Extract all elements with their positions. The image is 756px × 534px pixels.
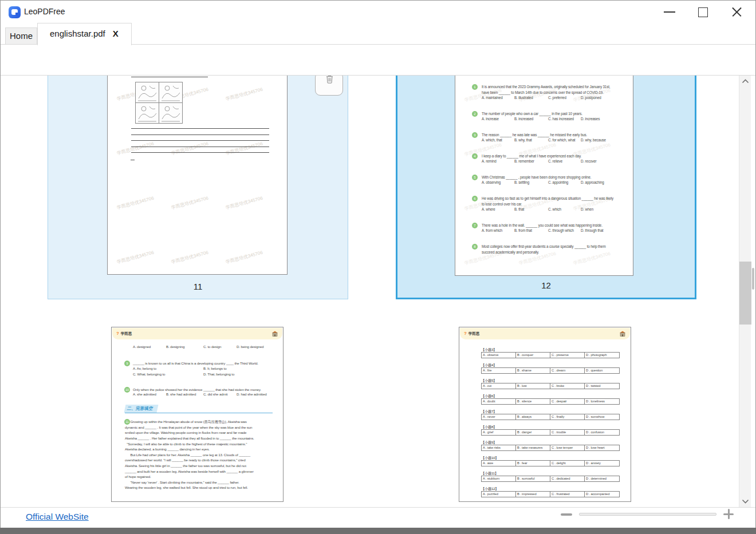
passage-line: ______ and built her a wooden leg. Akeis… bbox=[125, 469, 273, 474]
option-text: B. she had admitted bbox=[166, 392, 196, 396]
option-cell: C . finally bbox=[550, 414, 585, 420]
question-text: ______ is known to us all is that China … bbox=[112, 361, 281, 366]
sub-question-label: 【小题6】 bbox=[481, 393, 620, 398]
option-cell: B . impressed bbox=[516, 492, 550, 497]
question-number-badge: 8 bbox=[472, 244, 478, 250]
sub-question-label: 【小题13】 bbox=[481, 501, 620, 502]
passage-line: Akeisha declared, a burning ______ danci… bbox=[125, 446, 273, 452]
question-mark-icon: ? bbox=[464, 331, 467, 336]
option-cell: B . always bbox=[516, 414, 550, 420]
thumbnail-frame-page-12-selected[interactable]: 1It is announced that the 2023 Grammy Aw… bbox=[396, 76, 696, 299]
option-cell: B . sorrowful bbox=[516, 476, 550, 481]
option-text: A. As; belong to bbox=[133, 366, 156, 370]
question-block: 10Only when the police showed her the ev… bbox=[112, 387, 281, 398]
option-cell: D . twisted bbox=[585, 383, 619, 389]
options-row: A. maintainedB. illustratedC. preferredD… bbox=[455, 96, 629, 101]
passage-line: Akeisha ______ . Her father explained th… bbox=[125, 436, 273, 441]
scroll-down-icon[interactable] bbox=[742, 499, 749, 504]
question-text: to lose control over his car. bbox=[455, 201, 629, 207]
passage-line: But Life had other plans for her. Akeish… bbox=[125, 452, 273, 458]
scrollbar-thumb[interactable] bbox=[739, 262, 751, 325]
comic-panel bbox=[159, 102, 183, 124]
sub-question-label: 【小题8】 bbox=[481, 424, 620, 429]
zoom-slider[interactable] bbox=[579, 513, 716, 516]
tab-document[interactable]: englishstar.pdfX bbox=[37, 23, 132, 45]
option-text: A. where bbox=[482, 207, 495, 211]
minimize-icon[interactable] bbox=[657, 1, 683, 23]
option-text: B. It; belongs to bbox=[203, 366, 226, 370]
zoom-in-icon[interactable] bbox=[723, 509, 734, 519]
passage-line: overshadowed her world. "I will ______ b… bbox=[125, 457, 273, 463]
option-cell: B . take measures bbox=[516, 445, 550, 450]
option-text: A. which, that bbox=[482, 138, 502, 142]
question-number-badge: 2 bbox=[472, 111, 478, 117]
delete-page-button[interactable] bbox=[315, 76, 343, 96]
option-cell: D . determined bbox=[585, 476, 619, 481]
status-bar: Official WebSite bbox=[1, 507, 755, 528]
scroll-up-icon[interactable] bbox=[742, 79, 749, 84]
thumbnail-frame-page-11[interactable]: 学而思培优345706学而思培优345706学而思培优345706学而思培优34… bbox=[48, 76, 348, 299]
question-block: 4I keep a diary to ______ me of what I h… bbox=[455, 153, 629, 165]
pdf-page-12[interactable]: 1It is announced that the 2023 Grammy Aw… bbox=[455, 76, 633, 276]
zoom-out-icon[interactable] bbox=[561, 513, 572, 516]
option-text: D. had she admitted bbox=[237, 392, 267, 396]
page-14-option-tables: 【小题3】A . observeB . conquerC . preserveD… bbox=[481, 347, 620, 502]
comic-panel bbox=[159, 82, 183, 103]
question-text: The reason ______ he was late was ______… bbox=[455, 132, 629, 138]
official-website-link[interactable]: Official WebSite bbox=[26, 512, 89, 522]
option-text: C. has increased bbox=[548, 117, 574, 121]
option-text: D. when bbox=[581, 207, 593, 211]
tab-close-icon[interactable]: X bbox=[113, 29, 119, 38]
thumbnail-grid: 学而思培优345706学而思培优345706学而思培优345706学而思培优34… bbox=[1, 76, 755, 507]
option-text: C. through which bbox=[548, 228, 574, 232]
option-text: A. maintained bbox=[482, 96, 503, 100]
question-number-badge: 7 bbox=[472, 223, 478, 228]
school-building-icon bbox=[271, 330, 278, 337]
watermark-text: 学而思培优345706 bbox=[225, 86, 263, 102]
option-cell: D . loneliness bbox=[585, 399, 619, 404]
title-bar: LeoPDFree bbox=[1, 1, 755, 23]
app-window: LeoPDFree Home englishstar.pdfX Save As … bbox=[0, 0, 756, 528]
writing-line bbox=[131, 147, 269, 147]
passage-line: of hope regained. bbox=[125, 474, 273, 480]
option-text: C. which bbox=[548, 207, 561, 211]
options-row: A. observingB. settlingC. appointingD. a… bbox=[455, 180, 629, 186]
question-text: It is announced that the 2023 Grammy Awa… bbox=[455, 84, 629, 90]
passage-line: Akeisha. Seeing his little girl in _____… bbox=[125, 463, 273, 469]
sheet-header: ? 学而思 bbox=[460, 328, 630, 339]
option-text: C. preferred bbox=[548, 96, 566, 100]
option-cell: A . grief bbox=[482, 430, 516, 435]
tab-home[interactable]: Home bbox=[5, 27, 37, 45]
vertical-scrollbar[interactable] bbox=[739, 76, 751, 507]
option-cell: C . dream bbox=[550, 368, 585, 373]
question-text: succeed academically and personally. bbox=[455, 250, 629, 255]
close-icon[interactable] bbox=[723, 1, 750, 23]
question-block: 6He was driving so fast as to get himsel… bbox=[455, 196, 629, 213]
option-cell: A . stubborn bbox=[482, 476, 516, 481]
question-text: The number of people who own a car _____… bbox=[455, 111, 629, 117]
writing-line bbox=[131, 140, 269, 141]
option-text: B. why, that bbox=[514, 138, 532, 142]
options-row: A. she admittedB. she had admittedC. did… bbox=[112, 392, 281, 398]
option-cell: B . shame bbox=[516, 368, 550, 373]
question-number-badge: 4 bbox=[472, 153, 478, 159]
question-number-badge: 6 bbox=[472, 196, 478, 201]
pdf-page-13[interactable]: ? 学而思 A. designedB. designingC. to desig… bbox=[111, 327, 284, 502]
question-text: There was a hole in the wall. ______ you… bbox=[455, 223, 629, 228]
passage-line: smiled upon the village. Watching people… bbox=[125, 430, 273, 436]
pdf-page-14[interactable]: ? 学而思 【小题3】A . observeB . conquerC . pre… bbox=[459, 327, 631, 502]
option-cell: A . awe bbox=[482, 461, 516, 466]
question-block: 7There was a hole in the wall. ______ yo… bbox=[455, 223, 629, 234]
pdf-page-11[interactable]: 学而思培优345706学而思培优345706学而思培优345706学而思培优34… bbox=[107, 76, 288, 275]
sub-question-label: 【小题9】 bbox=[481, 440, 620, 445]
writing-line bbox=[131, 152, 269, 153]
sub-question-label: 【小题5】 bbox=[481, 378, 620, 383]
question-block: 2The number of people who own a car ____… bbox=[455, 111, 629, 122]
options-table-row: A . griefB . dangerC . troubleD . confus… bbox=[481, 429, 620, 436]
option-cell: C . lose temper bbox=[550, 445, 585, 450]
option-text: A. remind bbox=[482, 159, 497, 163]
option-cell: A . doubt bbox=[482, 399, 516, 404]
comic-panel bbox=[135, 102, 159, 124]
maximize-icon[interactable] bbox=[690, 1, 716, 23]
option-cell: D . confusion bbox=[585, 430, 619, 435]
